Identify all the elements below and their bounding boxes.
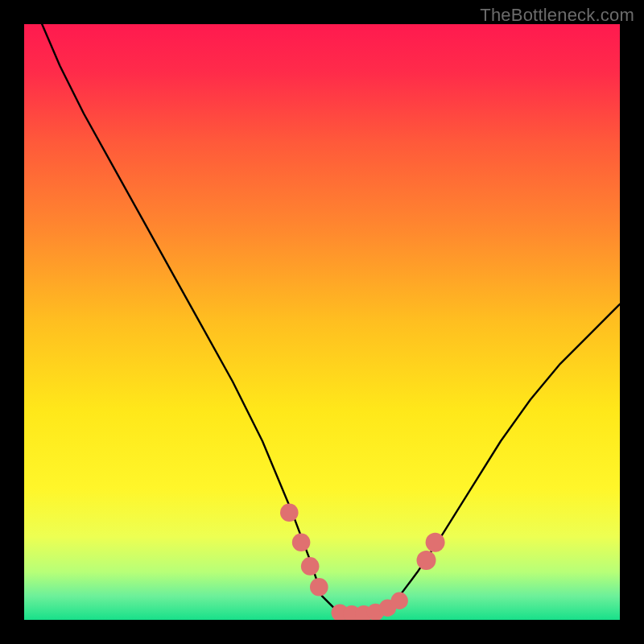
chart-frame: TheBottleneck.com [0, 0, 644, 644]
background-gradient [24, 24, 620, 620]
watermark-text: TheBottleneck.com [480, 5, 634, 26]
svg-rect-0 [24, 24, 620, 620]
plot-area [24, 24, 620, 620]
